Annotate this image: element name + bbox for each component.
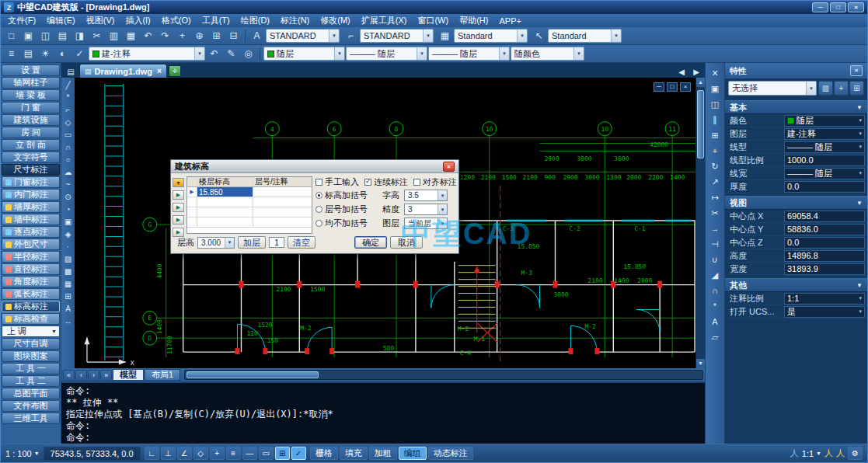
zoom-window-button[interactable]: ⊞ [208, 29, 225, 44]
sidebar-item-tools-1[interactable]: 工 具 一 ▼ [2, 363, 60, 374]
explode-button[interactable]: * [707, 299, 723, 313]
dim-style-button[interactable]: ⌐ [343, 29, 359, 44]
sidebar-item-elevation-check[interactable]: 标高检查 ▼ [2, 313, 60, 325]
continuous-dim-checkbox[interactable]: 连续标注 [364, 176, 408, 188]
mdi-close-button[interactable]: × [680, 82, 691, 92]
layer-isolate-button[interactable]: ◎ [240, 47, 256, 61]
ortho-toggle[interactable]: ⊥ [161, 447, 176, 460]
sidebar-item-inner-door-dim[interactable]: 内门标注 ▼ [2, 189, 60, 200]
tab-scroll-right-button[interactable]: ▶ [689, 65, 703, 78]
insert-row-3-button[interactable]: ▶ [173, 215, 184, 225]
dim-style-combo[interactable]: STANDARD ▾ [360, 29, 434, 43]
color-combo[interactable]: 随层 ▾ [263, 47, 345, 61]
scale-button[interactable]: ↗ [707, 175, 723, 189]
text-height-combo[interactable]: 3.5 ▾ [404, 190, 448, 201]
plot-button[interactable]: ▤ [54, 29, 71, 44]
mdi-minimize-button[interactable]: ─ [654, 82, 664, 92]
mleader-style-button[interactable]: ↖ [531, 29, 547, 44]
menu-item[interactable]: 工具(T) [197, 14, 235, 27]
make-current-button[interactable]: ✓ [71, 47, 88, 61]
annotation-autoscale-icon[interactable]: 人 [836, 447, 845, 459]
fill-toggle[interactable]: 填充 [340, 447, 368, 460]
menu-item[interactable]: 编辑(E) [41, 14, 81, 27]
prop-value[interactable]: ——— 随层 ▾ [784, 141, 865, 153]
prop-value[interactable]: 随层 ▾ [784, 115, 865, 127]
sidebar-item-dimension[interactable]: 尺寸标注 ▼ [2, 164, 60, 176]
array-button[interactable]: ⊞ [707, 128, 723, 142]
xline-tool[interactable]: * [62, 92, 74, 103]
dialog-title-bar[interactable]: 建筑标高 × [171, 160, 458, 173]
section-other[interactable]: 其他 ▼ [725, 278, 867, 292]
lineweight-combo[interactable]: ——— 随层 ▾ [428, 47, 510, 61]
table-style-combo[interactable]: Standard ▾ [454, 29, 528, 43]
sidebar-item-settings[interactable]: 设 置 ▼ [2, 64, 60, 76]
revcloud-tool[interactable]: ☁ [62, 166, 74, 178]
osnap-toggle[interactable]: ◇ [193, 447, 208, 460]
menu-item[interactable]: 插入(I) [120, 14, 155, 27]
section-basic[interactable]: 基本 ▼ [725, 100, 867, 114]
menu-item[interactable]: 帮助(H) [454, 14, 493, 27]
prop-value[interactable]: 1000.0 ▾ [784, 155, 865, 166]
prop-value[interactable]: 是 ▾ [784, 306, 865, 318]
sidebar-item-3d-tools[interactable]: 三维工具 ▼ [2, 413, 60, 424]
cut-button[interactable]: ✂ [89, 29, 105, 44]
scroll-down-icon[interactable]: ▼ [696, 359, 705, 368]
sidebar-item-facilities[interactable]: 建筑设施 ▼ [2, 114, 60, 126]
elevation-type-button[interactable]: ▼ [173, 178, 184, 187]
match-properties-button[interactable]: ✎ [223, 47, 239, 61]
erase-button[interactable]: ✕ [707, 66, 723, 80]
prop-value[interactable]: 69058.4 ▾ [784, 211, 865, 222]
new-tab-button[interactable]: + [169, 65, 181, 77]
wipeout-button[interactable]: ▱ [707, 330, 723, 344]
manual-input-checkbox[interactable]: 手工输入 [315, 176, 359, 188]
table-tool[interactable]: ⊞ [62, 291, 74, 302]
menu-item[interactable]: 扩展工具(X) [356, 14, 413, 27]
create-block-tool[interactable]: ◈ [62, 228, 74, 240]
layer-freeze-button[interactable]: ◐ [54, 47, 71, 61]
prop-value[interactable]: 0.0 ▾ [784, 237, 865, 249]
layer-combo[interactable]: 建-注释 ▾ [89, 47, 205, 61]
preview-button[interactable]: ◨ [71, 29, 88, 44]
gradient-tool[interactable]: ▩ [62, 266, 74, 277]
dynamic-dim-toggle[interactable]: 动态标注 [428, 447, 473, 460]
tab-list-button[interactable]: ▤ [64, 65, 78, 78]
menu-item[interactable]: 修改(M) [315, 14, 356, 27]
add-count-input[interactable]: 1 [269, 237, 284, 248]
mtext-tool[interactable]: A [62, 303, 74, 315]
ok-button[interactable]: 确定 [354, 236, 387, 249]
text-style-combo[interactable]: STANDARD ▾ [266, 29, 340, 43]
aligned-dim-checkbox[interactable]: 对齐标注 [413, 176, 457, 188]
stretch-button[interactable]: ↦ [707, 190, 723, 204]
quick-properties-toggle[interactable]: ✓ [291, 447, 306, 460]
sidebar-item-angle-dim[interactable]: 角度标注 ▼ [2, 276, 60, 287]
insert-row-2-button[interactable]: ▶ [173, 203, 184, 212]
dialog-close-button[interactable]: × [443, 162, 455, 172]
save-button[interactable]: ◫ [37, 29, 54, 44]
text-style-button[interactable]: A [249, 29, 265, 44]
polyline-tool[interactable]: ⌐ [62, 104, 74, 116]
zoom-button[interactable]: ⊕ [191, 29, 207, 44]
rectangle-tool[interactable]: ▭ [62, 129, 74, 141]
layout-nav-button[interactable]: « [63, 370, 75, 381]
sidebar-item-wall-center-dim[interactable]: 墙中标注 ▼ [2, 214, 60, 225]
tab-scroll-left-button[interactable]: ◀ [675, 65, 688, 78]
toggle-pickadd-button[interactable]: ⊞ [849, 81, 864, 96]
text-button[interactable]: A [707, 315, 723, 329]
table-row[interactable] [187, 218, 312, 228]
sidebar-item-outer-dim[interactable]: 外包尺寸 ▼ [2, 238, 60, 250]
sidebar-item-point-dim[interactable]: 逐点标注 ▼ [2, 226, 60, 238]
arc-tool[interactable]: ∩ [62, 141, 74, 153]
prop-value[interactable]: ——— 随层 ▾ [784, 168, 865, 179]
annotation-visibility-icon[interactable]: 人 [824, 447, 833, 459]
layer-properties-button[interactable]: ≡ [3, 47, 19, 61]
add-floor-button[interactable]: 加层 [238, 236, 266, 249]
note-cell[interactable] [253, 187, 312, 197]
sidebar-item-block-pattern[interactable]: 图块图案 ▼ [2, 350, 60, 362]
sidebar-item-door-window-dim[interactable]: 门窗标注 ▼ [2, 176, 60, 188]
scroll-up-icon[interactable]: ▲ [696, 78, 705, 87]
scrollbar-track[interactable] [696, 87, 705, 359]
line-tool[interactable]: ╱ [62, 79, 74, 91]
sidebar-item-file-layout[interactable]: 文件布图 ▼ [2, 400, 60, 412]
plotstyle-combo[interactable]: 随颜色 ▾ [511, 47, 584, 61]
spline-tool[interactable]: ~ [62, 179, 74, 190]
